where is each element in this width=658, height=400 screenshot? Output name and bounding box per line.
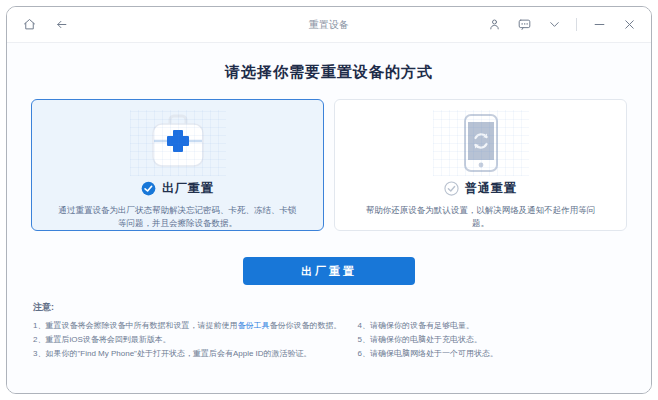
note-item-4: 4、请确保你的设备有足够电量。 (357, 319, 629, 333)
titlebar-separator (576, 18, 577, 31)
notes-left-column: 1、重置设备将会擦除设备中所有数据和设置，请提前使用备份工具备份你设备的数据。 … (33, 319, 341, 361)
backup-tool-link[interactable]: 备份工具 (237, 321, 269, 330)
normal-reset-description: 帮助你还原设备为默认设置，以解决网络及通知不起作用等问题。 (335, 204, 626, 230)
user-icon[interactable] (486, 17, 502, 33)
check-circle-filled-icon (141, 181, 156, 196)
factory-reset-illustration (130, 110, 226, 176)
content-area: 请选择你需要重置设备的方式 (7, 43, 651, 394)
app-window: 重置设备 请选择你需要重置设备的方式 (6, 6, 652, 394)
factory-reset-button[interactable]: 出厂重置 (243, 257, 415, 285)
grid-pattern (433, 110, 529, 176)
close-icon[interactable] (621, 17, 637, 33)
note-item-1: 1、重置设备将会擦除设备中所有数据和设置，请提前使用备份工具备份你设备的数据。 (33, 319, 341, 333)
minimize-icon[interactable] (591, 17, 607, 33)
notes-right-column: 4、请确保你的设备有足够电量。 5、请确保你的电脑处于充电状态。 6、请确保电脑… (357, 319, 629, 361)
note-item-3: 3、如果你的"Find My Phone"处于打开状态，重置后会有Apple I… (33, 347, 341, 361)
card-normal-reset[interactable]: 普通重置 帮助你还原设备为默认设置，以解决网络及通知不起作用等问题。 (334, 99, 627, 231)
back-icon[interactable] (53, 17, 69, 33)
title-bar: 重置设备 (7, 7, 651, 43)
note-item-2: 2、重置后iOS设备将会回到最新版本。 (33, 333, 341, 347)
factory-reset-description: 通过重置设备为出厂状态帮助解决忘记密码、卡死、冻结、卡锁等问题，并且会擦除设备数… (32, 204, 323, 230)
check-circle-outline-icon (444, 181, 459, 196)
normal-reset-illustration (433, 110, 529, 176)
notes-label: 注意: (33, 301, 629, 314)
home-icon[interactable] (21, 17, 37, 33)
normal-reset-title: 普通重置 (465, 180, 517, 197)
chevron-down-icon[interactable] (546, 17, 562, 33)
card-factory-reset[interactable]: 出厂重置 通过重置设备为出厂状态帮助解决忘记密码、卡死、冻结、卡锁等问题，并且会… (31, 99, 324, 231)
note-item-5: 5、请确保你的电脑处于充电状态。 (357, 333, 629, 347)
note-item-6: 6、请确保电脑网络处于一个可用状态。 (357, 347, 629, 361)
grid-pattern (130, 110, 226, 176)
factory-reset-title: 出厂重置 (162, 180, 214, 197)
notes-section: 注意: 1、重置设备将会擦除设备中所有数据和设置，请提前使用备份工具备份你设备的… (33, 301, 629, 361)
feedback-icon[interactable] (516, 17, 532, 33)
page-title: 请选择你需要重置设备的方式 (7, 43, 651, 82)
reset-mode-cards: 出厂重置 通过重置设备为出厂状态帮助解决忘记密码、卡死、冻结、卡锁等问题，并且会… (31, 99, 627, 231)
